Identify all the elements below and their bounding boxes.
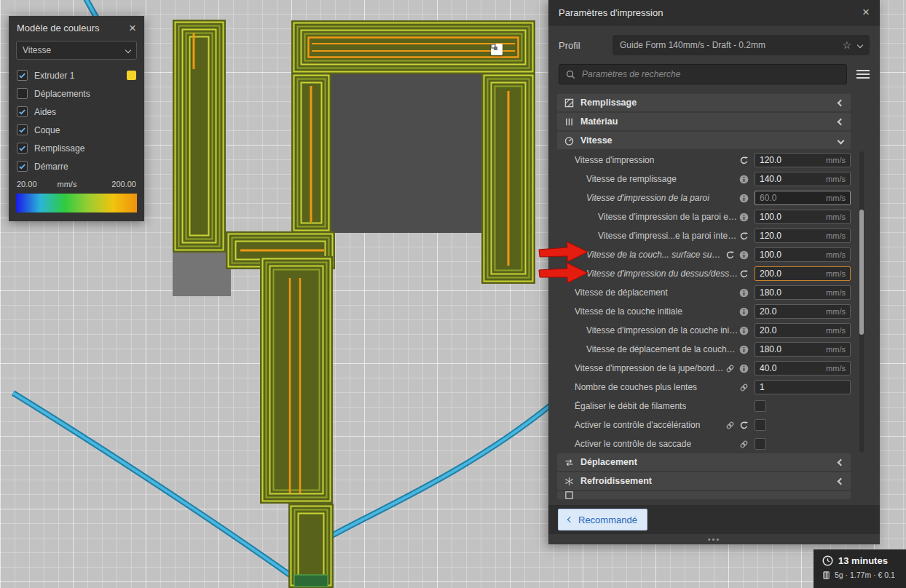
setting-value-field[interactable]: 120.0mm/s <box>755 153 851 167</box>
setting-row[interactable]: Vitesse de déplacement de la couche init… <box>557 340 851 359</box>
chevron-left-icon <box>838 477 845 485</box>
color-scheme-dropdown-value: Vitesse <box>23 45 126 55</box>
checkbox[interactable] <box>17 88 28 99</box>
close-icon[interactable]: × <box>862 7 870 17</box>
color-scheme-item[interactable]: Aides <box>9 103 144 121</box>
setting-row[interactable]: Égaliser le débit de filaments <box>557 397 851 416</box>
star-icon[interactable]: ☆ <box>842 40 851 50</box>
chevron-left-icon <box>838 99 845 106</box>
setting-value-field[interactable]: 40.0mm/s <box>755 361 851 376</box>
panel-resize-handle[interactable]: ••• <box>548 535 880 544</box>
setting-row[interactable]: Activer le contrôle de saccade <box>557 434 851 453</box>
checkbox[interactable] <box>17 124 28 135</box>
setting-value-field[interactable]: 20.0mm/s <box>755 304 851 319</box>
revert-icon[interactable] <box>739 421 749 430</box>
material-usage: 5g · 1.77m · € 0.1 <box>835 571 895 579</box>
setting-row[interactable]: Vitesse de la couch... surface supérieur… <box>557 245 851 264</box>
category-remplissage[interactable]: Remplissage <box>557 94 851 111</box>
recommended-mode-button[interactable]: Recommandé <box>558 509 647 531</box>
category-partial[interactable] <box>557 491 851 499</box>
setting-value-field[interactable]: 140.0mm/s <box>755 172 851 186</box>
extruder-color-swatch[interactable] <box>127 71 136 80</box>
setting-row[interactable]: Vitesse d'impressi...e la paroi interne1… <box>557 226 851 245</box>
setting-row[interactable]: Vitesse d'impression de la couche initia… <box>557 321 851 340</box>
settings-search[interactable] <box>559 64 847 84</box>
checkbox[interactable] <box>17 70 28 81</box>
color-scheme-item-label: Aides <box>34 107 136 117</box>
model-descender <box>260 256 333 504</box>
info-icon[interactable] <box>739 212 749 222</box>
menu-icon[interactable] <box>856 70 870 79</box>
setting-row[interactable]: Vitesse d'impression du dessus/dessous20… <box>557 264 851 283</box>
setting-row[interactable]: Vitesse de la couche initiale20.0mm/s <box>557 302 851 321</box>
info-icon[interactable] <box>739 175 749 184</box>
color-scheme-dropdown[interactable]: Vitesse <box>16 41 137 60</box>
setting-value-field[interactable]: 120.0mm/s <box>755 229 851 243</box>
setting-checkbox[interactable] <box>755 419 766 431</box>
category-materiau[interactable]: Matériau <box>557 113 851 130</box>
model-left-column <box>173 20 226 253</box>
scrollbar-thumb[interactable] <box>859 210 864 335</box>
color-scheme-title: Modèle de couleurs <box>17 23 129 33</box>
setting-value-field[interactable]: 20.0mm/s <box>755 323 851 338</box>
info-icon[interactable] <box>739 345 749 354</box>
checkbox[interactable] <box>17 161 28 172</box>
info-icon[interactable] <box>739 307 749 317</box>
info-icon[interactable] <box>739 250 749 260</box>
setting-value-field[interactable]: 200.0mm/s <box>755 266 851 281</box>
checkbox[interactable] <box>17 143 28 154</box>
category-refroidissement[interactable]: Refroidissement <box>557 472 851 490</box>
speed-gradient <box>16 194 137 212</box>
revert-icon[interactable] <box>739 231 749 241</box>
color-scheme-item[interactable]: Déplacements <box>9 84 144 103</box>
search-input[interactable] <box>580 68 840 80</box>
setting-value-field[interactable]: 100.0mm/s <box>755 210 851 224</box>
info-icon[interactable] <box>739 364 749 373</box>
setting-value-field[interactable]: 1 <box>755 380 851 394</box>
setting-label: Vitesse d'impression de la couche initia… <box>557 325 739 335</box>
model-ring-left <box>291 73 331 233</box>
color-scheme-item[interactable]: Démarre <box>9 157 144 175</box>
setting-row[interactable]: Vitesse de remplissage140.0mm/s <box>557 170 851 188</box>
category-vitesse[interactable]: Vitesse <box>557 132 851 149</box>
material-icon <box>564 117 574 127</box>
info-icon[interactable] <box>739 326 749 335</box>
setting-label: Vitesse de déplacement <box>557 287 668 298</box>
setting-value-field[interactable]: 100.0mm/s <box>755 247 851 262</box>
revert-icon[interactable] <box>739 156 749 165</box>
info-icon[interactable] <box>739 194 749 203</box>
model-shadow <box>173 251 231 296</box>
setting-row[interactable]: Activer le contrôle d'accélération <box>557 416 851 434</box>
setting-row[interactable]: Vitesse d'impression de la jupe/bordure4… <box>557 359 851 378</box>
revert-icon[interactable] <box>725 250 735 260</box>
profile-dropdown[interactable]: Guide Form 140mm/s - Draft - 0.2mm ☆ <box>612 35 870 55</box>
checkbox[interactable] <box>17 106 28 117</box>
setting-value-field[interactable]: 60.0mm/s <box>755 191 851 205</box>
setting-checkbox[interactable] <box>755 438 766 450</box>
setting-label: Vitesse de la couch... surface supérieur… <box>557 250 725 260</box>
color-scheme-item[interactable]: Coque <box>9 121 144 139</box>
chevron-left-icon <box>567 517 573 523</box>
setting-value-field[interactable]: 180.0mm/s <box>755 285 851 300</box>
color-scheme-panel: Modèle de couleurs × Vitesse Extruder 1D… <box>9 16 144 221</box>
setting-row[interactable]: Vitesse d'impression de la paroi externe… <box>557 207 851 226</box>
setting-row[interactable]: Vitesse d'impression de la paroi60.0mm/s <box>557 188 851 207</box>
link-icon <box>725 364 735 373</box>
setting-label: Vitesse de déplacement de la couche init… <box>557 344 739 354</box>
print-job-summary[interactable]: 13 minutes 5g · 1.77m · € 0.1 <box>814 549 906 588</box>
setting-row[interactable]: Vitesse d'impression120.0mm/s <box>557 151 851 170</box>
revert-icon[interactable] <box>739 269 749 279</box>
setting-value-field[interactable]: 180.0mm/s <box>755 342 851 357</box>
category-label: Déplacement <box>580 457 637 467</box>
cooling-icon <box>564 477 574 486</box>
setting-label: Vitesse d'impression du dessus/dessous <box>557 269 739 279</box>
setting-checkbox[interactable] <box>755 400 766 412</box>
setting-row[interactable]: Vitesse de déplacement180.0mm/s <box>557 283 851 302</box>
color-scheme-item[interactable]: Remplissage <box>9 139 144 157</box>
close-icon[interactable]: × <box>129 23 136 33</box>
info-icon[interactable] <box>739 288 749 298</box>
category-deplacement[interactable]: Déplacement <box>557 453 851 471</box>
setting-row[interactable]: Nombre de couches plus lentes1 <box>557 378 851 397</box>
layer-marker-icon[interactable] <box>491 44 503 55</box>
color-scheme-item[interactable]: Extruder 1 <box>9 66 144 84</box>
